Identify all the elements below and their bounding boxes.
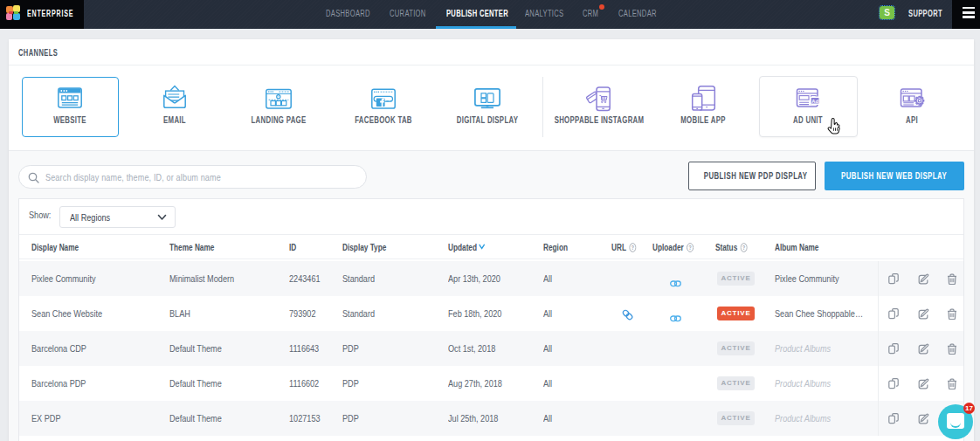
svg-text:Ad: Ad (811, 99, 818, 104)
svg-text:?: ? (631, 244, 633, 251)
svg-text:?: ? (688, 244, 691, 251)
svg-text:?: ? (742, 244, 745, 251)
